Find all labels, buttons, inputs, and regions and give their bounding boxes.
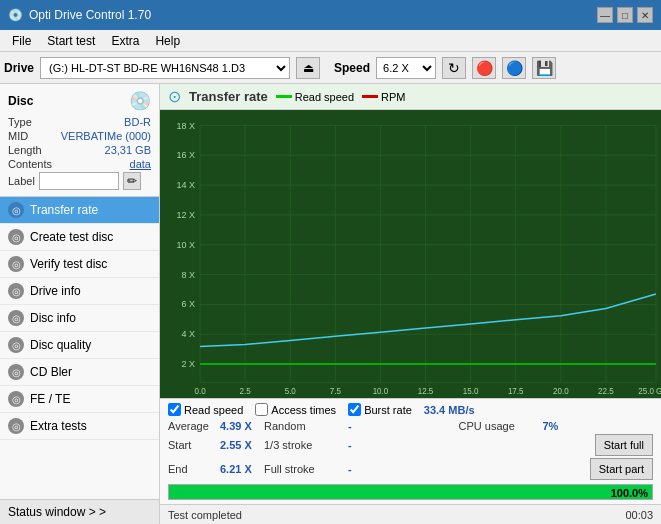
svg-text:14 X: 14 X: [177, 180, 196, 190]
nav-create-test-disc[interactable]: ◎ Create test disc: [0, 224, 159, 251]
menu-extra[interactable]: Extra: [103, 32, 147, 50]
read-speed-legend-color: [276, 95, 292, 98]
burst-rate-cb-label: Burst rate: [364, 404, 412, 416]
svg-text:5.0: 5.0: [285, 387, 297, 396]
burst-rate-checkbox[interactable]: [348, 403, 361, 416]
drive-bar: Drive (G:) HL-DT-ST BD-RE WH16NS48 1.D3 …: [0, 52, 661, 84]
contents-label: Contents: [8, 158, 52, 170]
burst-rate-value: 33.4 MB/s: [424, 404, 475, 416]
svg-text:10 X: 10 X: [177, 240, 196, 250]
label-input[interactable]: [39, 172, 119, 190]
access-times-checkbox-label[interactable]: Access times: [255, 403, 336, 416]
status-window-label: Status window > >: [8, 505, 106, 519]
progress-bar-container: 100.0%: [168, 484, 653, 500]
transfer-rate-chart: 18 X 16 X 14 X 12 X 10 X 8 X 6 X 4 X 2 X…: [160, 110, 661, 398]
stats-row-1: Average 4.39 X Random - CPU usage 7%: [168, 420, 653, 432]
nav-disc-quality[interactable]: ◎ Disc quality: [0, 332, 159, 359]
read-speed-checkbox-label[interactable]: Read speed: [168, 403, 243, 416]
nav-cd-bler-label: CD Bler: [30, 365, 72, 379]
info-icon-button[interactable]: 🔵: [502, 57, 526, 79]
start-label: Start: [168, 439, 216, 451]
end-value: 6.21 X: [220, 463, 264, 475]
label-text: Label: [8, 175, 35, 187]
disc-panel: Disc 💿 Type BD-R MID VERBATIMe (000) Len…: [0, 84, 159, 197]
average-label: Average: [168, 420, 216, 432]
cd-bler-icon: ◎: [8, 364, 24, 380]
type-value: BD-R: [124, 116, 151, 128]
length-label: Length: [8, 144, 42, 156]
title-bar: 💿 Opti Drive Control 1.70 — □ ✕: [0, 0, 661, 30]
svg-text:0.0: 0.0: [195, 387, 207, 396]
contents-value[interactable]: data: [130, 158, 151, 170]
start-value: 2.55 X: [220, 439, 264, 451]
disc-icon: 💿: [129, 90, 151, 112]
disc-info-icon: ◎: [8, 310, 24, 326]
nav-drive-info-label: Drive info: [30, 284, 81, 298]
create-test-icon: ◎: [8, 229, 24, 245]
burn-icon-button[interactable]: 🔴: [472, 57, 496, 79]
nav-cd-bler[interactable]: ◎ CD Bler: [0, 359, 159, 386]
drive-label: Drive: [4, 61, 34, 75]
main-layout: Disc 💿 Type BD-R MID VERBATIMe (000) Len…: [0, 84, 661, 524]
rpm-legend-color: [362, 95, 378, 98]
nav-transfer-rate[interactable]: ◎ Transfer rate: [0, 197, 159, 224]
speed-select[interactable]: 6.2 X Max 4 X 2 X: [376, 57, 436, 79]
access-times-checkbox[interactable]: [255, 403, 268, 416]
disc-quality-icon: ◎: [8, 337, 24, 353]
nav-items: ◎ Transfer rate ◎ Create test disc ◎ Ver…: [0, 197, 159, 499]
nav-transfer-rate-label: Transfer rate: [30, 203, 98, 217]
chart-bottom: Read speed Access times Burst rate 33.4 …: [160, 398, 661, 504]
sidebar: Disc 💿 Type BD-R MID VERBATIMe (000) Len…: [0, 84, 160, 524]
menu-start-test[interactable]: Start test: [39, 32, 103, 50]
length-value: 23,31 GB: [105, 144, 151, 156]
chart-header: ⊙ Transfer rate Read speed RPM: [160, 84, 661, 110]
menu-file[interactable]: File: [4, 32, 39, 50]
svg-text:18 X: 18 X: [177, 120, 196, 130]
drive-select[interactable]: (G:) HL-DT-ST BD-RE WH16NS48 1.D3: [40, 57, 290, 79]
progress-text: 100.0%: [611, 485, 648, 501]
chart-container: 18 X 16 X 14 X 12 X 10 X 8 X 6 X 4 X 2 X…: [160, 110, 661, 398]
label-edit-button[interactable]: ✏: [123, 172, 141, 190]
random-label: Random: [264, 420, 344, 432]
nav-extra-tests[interactable]: ◎ Extra tests: [0, 413, 159, 440]
svg-text:8 X: 8 X: [182, 270, 196, 280]
extra-tests-icon: ◎: [8, 418, 24, 434]
start-full-button[interactable]: Start full: [595, 434, 653, 456]
refresh-button[interactable]: ↻: [442, 57, 466, 79]
status-time: 00:03: [625, 509, 653, 521]
svg-text:12.5: 12.5: [418, 387, 434, 396]
eject-button[interactable]: ⏏: [296, 57, 320, 79]
nav-disc-quality-label: Disc quality: [30, 338, 91, 352]
menu-help[interactable]: Help: [147, 32, 188, 50]
nav-verify-test-disc[interactable]: ◎ Verify test disc: [0, 251, 159, 278]
svg-text:6 X: 6 X: [182, 299, 196, 309]
nav-create-test-label: Create test disc: [30, 230, 113, 244]
full-stroke-value: -: [348, 463, 378, 475]
menu-bar: File Start test Extra Help: [0, 30, 661, 52]
read-speed-checkbox[interactable]: [168, 403, 181, 416]
nav-fe-te[interactable]: ◎ FE / TE: [0, 386, 159, 413]
read-speed-cb-label: Read speed: [184, 404, 243, 416]
close-button[interactable]: ✕: [637, 7, 653, 23]
nav-drive-info[interactable]: ◎ Drive info: [0, 278, 159, 305]
mid-value: VERBATIMe (000): [61, 130, 151, 142]
svg-rect-0: [160, 110, 661, 398]
nav-disc-info[interactable]: ◎ Disc info: [0, 305, 159, 332]
maximize-button[interactable]: □: [617, 7, 633, 23]
chart-title: Transfer rate: [189, 89, 268, 104]
content-area: ⊙ Transfer rate Read speed RPM: [160, 84, 661, 524]
svg-text:15.0: 15.0: [463, 387, 479, 396]
svg-text:10.0: 10.0: [373, 387, 389, 396]
svg-text:20.0: 20.0: [553, 387, 569, 396]
svg-text:2 X: 2 X: [182, 359, 196, 369]
status-window-button[interactable]: Status window > >: [0, 499, 159, 524]
svg-text:25.0 GB: 25.0 GB: [638, 387, 661, 396]
save-icon-button[interactable]: 💾: [532, 57, 556, 79]
minimize-button[interactable]: —: [597, 7, 613, 23]
svg-text:22.5: 22.5: [598, 387, 614, 396]
burst-rate-checkbox-label[interactable]: Burst rate: [348, 403, 412, 416]
stats-row-3: End 6.21 X Full stroke - Start part: [168, 458, 653, 480]
start-part-button[interactable]: Start part: [590, 458, 653, 480]
svg-text:2.5: 2.5: [240, 387, 252, 396]
verify-test-icon: ◎: [8, 256, 24, 272]
